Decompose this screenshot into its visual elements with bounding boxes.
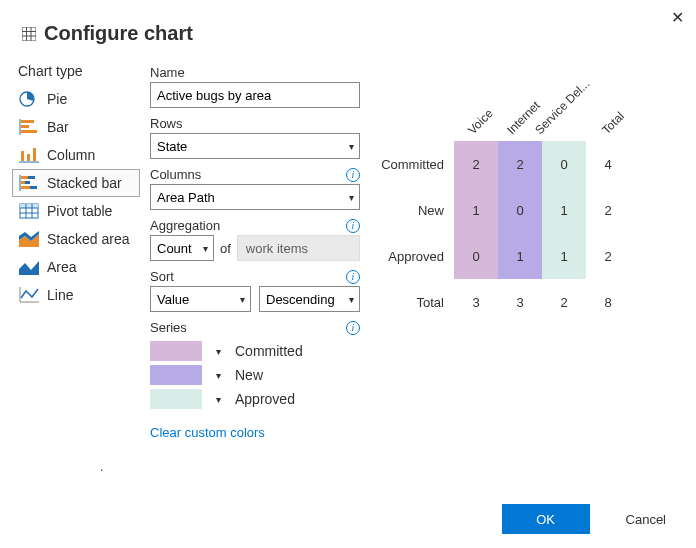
chart-type-label: Area bbox=[47, 259, 77, 275]
aggregation-select[interactable]: Count bbox=[150, 235, 214, 261]
pivot-cell: 4 bbox=[586, 141, 630, 187]
series-item-label: New bbox=[235, 367, 263, 383]
pivot-cell: 2 bbox=[454, 141, 498, 187]
pivot-cell: 1 bbox=[542, 187, 586, 233]
aggregation-label: Aggregation i bbox=[150, 218, 360, 233]
stray-dot: . bbox=[100, 460, 103, 474]
chart-type-panel: Chart type Pie Bar bbox=[12, 59, 140, 440]
series-list: ▾ Committed ▾ New ▾ Approved bbox=[150, 341, 360, 409]
series-item: ▾ Approved bbox=[150, 389, 360, 409]
pivot-cell: 2 bbox=[498, 141, 542, 187]
chart-type-label: Pie bbox=[47, 91, 67, 107]
sort-label: Sort i bbox=[150, 269, 360, 284]
pivot-icon bbox=[19, 203, 39, 219]
chart-type-bar[interactable]: Bar bbox=[12, 113, 140, 141]
pivot-cell: 2 bbox=[586, 187, 630, 233]
pivot-cell: 0 bbox=[498, 187, 542, 233]
chart-type-label: Stacked area bbox=[47, 231, 130, 247]
name-label: Name bbox=[150, 65, 360, 80]
svg-rect-15 bbox=[21, 176, 28, 179]
clear-custom-colors-link[interactable]: Clear custom colors bbox=[150, 425, 360, 440]
svg-rect-17 bbox=[21, 181, 25, 184]
chevron-down-icon[interactable]: ▾ bbox=[216, 346, 221, 357]
bar-icon bbox=[19, 119, 39, 135]
close-button[interactable]: ✕ bbox=[671, 8, 684, 27]
series-label: Series i bbox=[150, 320, 360, 335]
series-swatch[interactable] bbox=[150, 341, 202, 361]
chevron-down-icon[interactable]: ▾ bbox=[216, 370, 221, 381]
svg-rect-18 bbox=[25, 181, 30, 184]
svg-rect-19 bbox=[21, 186, 30, 189]
series-item: ▾ New bbox=[150, 365, 360, 385]
series-swatch[interactable] bbox=[150, 389, 202, 409]
svg-rect-13 bbox=[33, 148, 36, 161]
columns-select[interactable]: Area Path bbox=[150, 184, 360, 210]
svg-rect-9 bbox=[21, 130, 37, 133]
dialog-title: Configure chart bbox=[44, 22, 193, 45]
pivot-cell: 1 bbox=[454, 187, 498, 233]
area-icon bbox=[19, 259, 39, 275]
grid-icon bbox=[22, 27, 36, 41]
cancel-button[interactable]: Cancel bbox=[620, 511, 672, 528]
ok-button[interactable]: OK bbox=[502, 504, 590, 534]
chart-type-pie[interactable]: Pie bbox=[12, 85, 140, 113]
rows-label: Rows bbox=[150, 116, 360, 131]
chart-type-stacked-area[interactable]: Stacked area bbox=[12, 225, 140, 253]
stacked-bar-icon bbox=[19, 175, 39, 191]
pivot-col-header: Voice bbox=[454, 87, 498, 141]
pivot-table: VoiceInternetService Del...TotalCommitte… bbox=[370, 87, 676, 325]
pivot-cell: 1 bbox=[542, 233, 586, 279]
pivot-cell: 3 bbox=[498, 279, 542, 325]
svg-rect-0 bbox=[22, 27, 36, 41]
svg-rect-12 bbox=[27, 154, 30, 161]
chart-type-label: Pivot table bbox=[47, 203, 112, 219]
chart-type-area[interactable]: Area bbox=[12, 253, 140, 281]
stacked-area-icon bbox=[19, 231, 39, 247]
info-icon[interactable]: i bbox=[346, 270, 360, 284]
pivot-cell: 0 bbox=[542, 141, 586, 187]
series-item-label: Committed bbox=[235, 343, 303, 359]
svg-rect-8 bbox=[21, 125, 29, 128]
line-icon bbox=[19, 287, 39, 303]
chart-type-label: Stacked bar bbox=[47, 175, 122, 191]
pivot-col-header: Internet bbox=[498, 87, 542, 141]
chart-type-label: Line bbox=[47, 287, 73, 303]
chart-type-stacked-bar[interactable]: Stacked bar bbox=[12, 169, 140, 197]
svg-rect-22 bbox=[20, 204, 38, 208]
dialog-footer: OK Cancel bbox=[502, 504, 672, 534]
pivot-cell: 2 bbox=[542, 279, 586, 325]
pivot-row-header: Committed bbox=[370, 141, 454, 187]
chart-type-label: Column bbox=[47, 147, 95, 163]
pivot-row-header: New bbox=[370, 187, 454, 233]
aggregation-target: work items bbox=[237, 235, 360, 261]
config-form: Name Rows State ▾ Columns i Area Path ▾ … bbox=[150, 59, 360, 440]
svg-rect-7 bbox=[21, 120, 34, 123]
dialog-header: Configure chart bbox=[0, 0, 696, 51]
pivot-row-header: Total bbox=[370, 279, 454, 325]
columns-label: Columns i bbox=[150, 167, 360, 182]
name-input[interactable] bbox=[150, 82, 360, 108]
series-item: ▾ Committed bbox=[150, 341, 360, 361]
sort-direction-select[interactable]: Descending bbox=[259, 286, 360, 312]
column-icon bbox=[19, 147, 39, 163]
sort-field-select[interactable]: Value bbox=[150, 286, 251, 312]
chart-type-label: Bar bbox=[47, 119, 69, 135]
rows-select[interactable]: State bbox=[150, 133, 360, 159]
pivot-cell: 2 bbox=[586, 233, 630, 279]
svg-rect-11 bbox=[21, 151, 24, 161]
chart-type-line[interactable]: Line bbox=[12, 281, 140, 309]
pivot-col-header: Total bbox=[586, 87, 630, 141]
svg-rect-16 bbox=[28, 176, 35, 179]
info-icon[interactable]: i bbox=[346, 219, 360, 233]
chart-type-column[interactable]: Column bbox=[12, 141, 140, 169]
chart-preview: VoiceInternetService Del...TotalCommitte… bbox=[370, 59, 676, 440]
pivot-cell: 8 bbox=[586, 279, 630, 325]
aggregation-of-text: of bbox=[220, 241, 231, 256]
series-swatch[interactable] bbox=[150, 365, 202, 385]
chevron-down-icon[interactable]: ▾ bbox=[216, 394, 221, 405]
info-icon[interactable]: i bbox=[346, 321, 360, 335]
pie-icon bbox=[19, 91, 39, 107]
chart-type-pivot-table[interactable]: Pivot table bbox=[12, 197, 140, 225]
pivot-cell: 1 bbox=[498, 233, 542, 279]
info-icon[interactable]: i bbox=[346, 168, 360, 182]
